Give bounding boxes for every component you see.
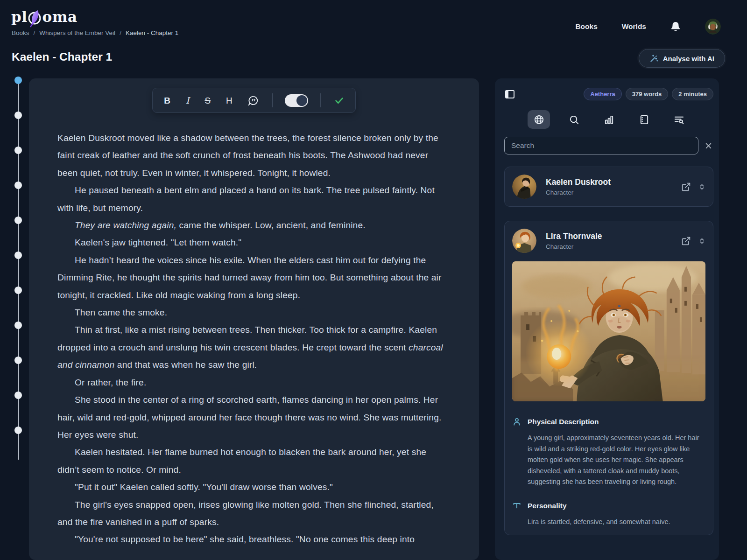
- paragraph[interactable]: Thin at first, like a mist rising betwee…: [57, 321, 449, 373]
- paragraph[interactable]: "You're not supposed to be here" she sai…: [57, 531, 449, 548]
- body-text: The girl's eyes snapped open, irises glo…: [57, 500, 434, 527]
- mode-toggle[interactable]: [285, 94, 308, 107]
- chapter-text-editor[interactable]: Kaelen Duskroot moved like a shadow betw…: [29, 129, 479, 548]
- character-name: Lira Thornvale: [546, 231, 602, 241]
- panel-left-icon: [504, 89, 515, 100]
- globe-icon: [534, 114, 544, 125]
- feather-icon: [28, 9, 42, 28]
- timeline-dot[interactable]: [14, 287, 22, 294]
- paragraph[interactable]: Kaelen's jaw tightened. "Let them watch.…: [57, 234, 449, 251]
- comment-button[interactable]: [246, 94, 261, 107]
- tab-search[interactable]: [563, 110, 585, 129]
- analyse-with-ai-button[interactable]: Analyse with AI: [639, 49, 725, 68]
- open-character-button[interactable]: [681, 236, 691, 246]
- type-icon: [512, 501, 521, 511]
- character-card-header[interactable]: Lira Thornvale Character: [512, 229, 705, 253]
- character-card-header[interactable]: Kaelen Duskroot Character: [512, 175, 705, 199]
- breadcrumb-separator: /: [34, 29, 35, 36]
- body-text: "Put it out" Kaelen called softly. "You'…: [75, 482, 333, 492]
- logo-text-right: oma: [42, 8, 77, 25]
- body-text: Kaelen's jaw tightened. "Let them watch.…: [75, 238, 241, 247]
- toggle-knob: [296, 95, 307, 106]
- editor-panel: B I S H Kaelen Duskroot moved like a sha…: [29, 78, 479, 560]
- breadcrumb-item[interactable]: Kaelen - Chapter 1: [126, 29, 178, 36]
- timeline-dot[interactable]: [14, 322, 22, 329]
- timeline-line: [18, 80, 19, 460]
- breadcrumb-item[interactable]: Whispers of the Ember Veil: [39, 29, 115, 36]
- italic-button[interactable]: I: [184, 95, 191, 106]
- text-search-icon: [674, 114, 684, 125]
- body-text: He hadn’t heard the voices since his exi…: [57, 255, 442, 300]
- notifications-button[interactable]: [670, 21, 681, 32]
- tab-text-search[interactable]: [668, 110, 690, 129]
- character-card-lira: Lira Thornvale Character: [504, 221, 713, 535]
- paragraph[interactable]: Kaelen hesitated. Her flame burned hot e…: [57, 443, 449, 478]
- check-icon: [334, 96, 344, 105]
- notebook-icon: [639, 114, 649, 125]
- paragraph[interactable]: They are watching again, came the whispe…: [57, 217, 449, 234]
- timeline-dot[interactable]: [14, 77, 22, 84]
- bar-chart-icon: [604, 114, 614, 125]
- external-link-icon: [681, 236, 691, 246]
- toolbar-divider: [320, 93, 321, 107]
- user-avatar[interactable]: [705, 19, 721, 35]
- world-badge[interactable]: Aetherra: [584, 88, 621, 100]
- breadcrumb: Books/Whispers of the Ember Veil/Kaelen …: [12, 29, 178, 36]
- nav-books[interactable]: Books: [575, 22, 597, 31]
- tab-statistics[interactable]: [598, 110, 620, 129]
- tab-world-entities[interactable]: [528, 110, 550, 129]
- paragraph[interactable]: Kaelen Duskroot moved like a shadow betw…: [57, 129, 449, 182]
- timeline-dot[interactable]: [14, 182, 22, 189]
- character-portrait: [512, 261, 705, 401]
- strikethrough-button[interactable]: S: [203, 95, 212, 106]
- world-sidebar: Aetherra 379 words 2 minutes: [495, 78, 719, 560]
- paragraph[interactable]: Or rather, the fire.: [57, 374, 449, 391]
- paragraph[interactable]: The girl's eyes snapped open, irises glo…: [57, 496, 449, 531]
- expand-collapse-button[interactable]: [698, 183, 705, 190]
- timeline-dot[interactable]: [14, 427, 22, 434]
- breadcrumb-separator: /: [120, 29, 121, 36]
- body-text: "You're not supposed to be here" she sai…: [75, 534, 415, 544]
- confirm-button[interactable]: [332, 95, 346, 106]
- tab-notebook[interactable]: [633, 110, 655, 129]
- bell-icon: [670, 21, 681, 32]
- external-link-icon: [681, 182, 691, 192]
- toolbar-divider: [272, 93, 273, 107]
- section-physical-description: Physical Description A young girl, appro…: [512, 417, 705, 488]
- timeline-dot[interactable]: [14, 112, 22, 119]
- character-card-kaelen: Kaelen Duskroot Character: [504, 167, 713, 207]
- heading-button[interactable]: H: [224, 95, 234, 106]
- body-text: Or rather, the fire.: [75, 378, 146, 387]
- expand-collapse-button[interactable]: [698, 238, 705, 245]
- paragraph[interactable]: Then came the smoke.: [57, 304, 449, 321]
- timeline-dot[interactable]: [14, 392, 22, 399]
- paragraph[interactable]: "Put it out" Kaelen called softly. "You'…: [57, 478, 449, 496]
- section-text: Lira is startled, defensive, and somewha…: [512, 517, 705, 528]
- timeline-dot[interactable]: [14, 217, 22, 224]
- character-avatar: [512, 175, 536, 199]
- bold-button[interactable]: B: [162, 95, 172, 106]
- body-text: Then came the smoke.: [75, 308, 167, 317]
- character-avatar: [512, 229, 536, 253]
- timeline-dot[interactable]: [14, 147, 22, 154]
- timeline-dot[interactable]: [14, 357, 22, 364]
- character-type: Character: [546, 243, 602, 250]
- analyse-button-label: Analyse with AI: [663, 55, 714, 63]
- sidebar-tabs: [504, 110, 713, 129]
- nav-worlds[interactable]: Worlds: [622, 22, 646, 31]
- speech-quote-icon: [248, 95, 259, 106]
- read-time-badge: 2 minutes: [672, 88, 713, 100]
- section-personality: Personality Lira is startled, defensive,…: [512, 501, 705, 528]
- open-character-button[interactable]: [681, 182, 691, 192]
- paragraph[interactable]: She stood in the center of a ring of sco…: [57, 391, 449, 443]
- paragraph[interactable]: He hadn’t heard the voices since his exi…: [57, 252, 449, 304]
- body-text: Thin at first, like a mist rising betwee…: [57, 325, 437, 352]
- body-text: came the whisper. Low, ancient, and femi…: [176, 220, 366, 230]
- clear-search-button[interactable]: [704, 141, 713, 151]
- collapse-panel-button[interactable]: [504, 89, 515, 100]
- search-input[interactable]: [504, 137, 698, 154]
- timeline-dot[interactable]: [14, 252, 22, 259]
- paragraph[interactable]: He paused beneath a bent elm and placed …: [57, 182, 449, 217]
- app-window: pl oma Books/Whispers of the Ember Veil/…: [0, 0, 747, 560]
- formatting-toolbar: B I S H: [152, 88, 356, 113]
